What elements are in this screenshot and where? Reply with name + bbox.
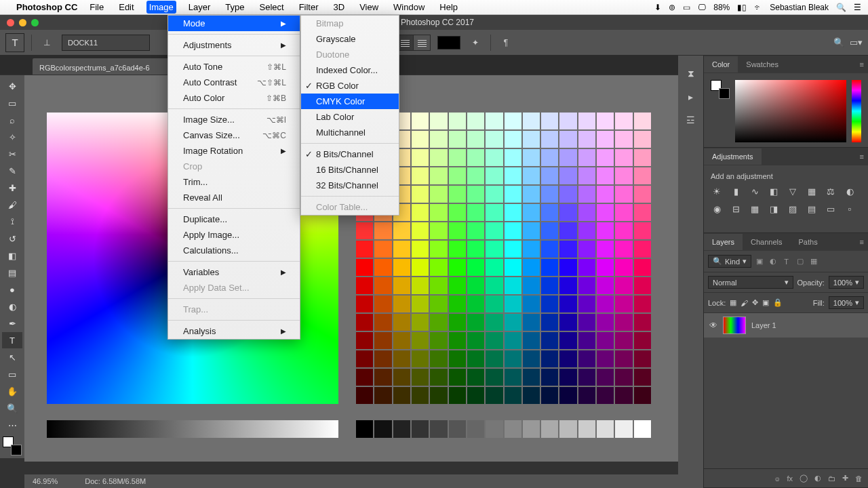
actions-panel-icon[interactable]: ▸: [688, 92, 693, 102]
filter-pixel-icon[interactable]: ▣: [753, 256, 765, 267]
type-tool[interactable]: T: [2, 332, 22, 348]
path-tool[interactable]: ↖: [2, 349, 22, 365]
text-color-swatch[interactable]: [437, 36, 460, 49]
link-icon[interactable]: ⌾: [775, 474, 780, 483]
minimize-window[interactable]: [19, 19, 26, 26]
menu-item[interactable]: Trim...: [168, 174, 300, 190]
pen-tool[interactable]: ✒: [2, 315, 22, 331]
selective-icon[interactable]: ▫: [844, 203, 856, 214]
menu-edit[interactable]: Edit: [116, 1, 136, 14]
menu-type[interactable]: Type: [222, 1, 247, 14]
menu-item[interactable]: Apply Image...: [168, 227, 300, 243]
menu-item[interactable]: Duplicate...: [168, 211, 300, 227]
history-panel-icon[interactable]: ⧗: [688, 68, 694, 79]
display-icon[interactable]: ▭: [683, 3, 690, 12]
filter-adjust-icon[interactable]: ◐: [767, 256, 778, 267]
menu-item[interactable]: CMYK Color: [301, 94, 399, 109]
menu-item[interactable]: RGB Color: [301, 78, 399, 94]
panel-menu-icon[interactable]: ≡: [860, 152, 864, 161]
adjustment-layer-icon[interactable]: ◐: [814, 474, 821, 483]
fill-input[interactable]: 100% ▾: [829, 296, 864, 309]
balance-icon[interactable]: ⚖: [825, 186, 837, 197]
lock-paint-icon[interactable]: 🖌: [741, 299, 748, 307]
filter-smart-icon[interactable]: ▦: [808, 256, 819, 267]
menu-item[interactable]: Analysis▶: [168, 323, 300, 339]
menu-item[interactable]: Multichannel: [301, 125, 399, 140]
gradient-tool[interactable]: ▤: [2, 264, 22, 281]
menu-item[interactable]: 32 Bits/Channel: [301, 178, 399, 193]
menu-item[interactable]: Calculations...: [168, 243, 300, 258]
mask-icon[interactable]: ◯: [800, 474, 808, 483]
properties-panel-icon[interactable]: ☲: [686, 115, 695, 125]
posterize-icon[interactable]: ▨: [787, 203, 799, 214]
tab-channels[interactable]: Channels: [743, 234, 790, 250]
app-name[interactable]: Photoshop CC: [16, 2, 77, 12]
workspace-icon[interactable]: ▭▾: [850, 37, 863, 47]
lock-trans-icon[interactable]: ▦: [730, 298, 736, 307]
battery-text[interactable]: 88%: [713, 3, 730, 12]
blur-tool[interactable]: ●: [2, 281, 22, 298]
levels-icon[interactable]: ▮: [730, 186, 742, 197]
vibrance-icon[interactable]: ▽: [787, 186, 799, 197]
align-right-button[interactable]: [414, 35, 430, 50]
hue-icon[interactable]: ▦: [806, 186, 818, 197]
menu-item[interactable]: Variables▶: [168, 264, 300, 280]
fx-icon[interactable]: fx: [787, 474, 793, 483]
threshold-icon[interactable]: ▤: [806, 203, 818, 214]
eyedropper-tool[interactable]: ✎: [2, 163, 22, 179]
panel-color-swatch[interactable]: [711, 80, 730, 99]
menu-item[interactable]: Grayscale: [301, 31, 399, 47]
blend-mode-select[interactable]: Normal ▾: [708, 276, 793, 289]
layer-row[interactable]: 👁 Layer 1: [704, 313, 868, 338]
edit-toolbar[interactable]: ⋯: [2, 417, 22, 433]
notification-icon[interactable]: ☰: [854, 3, 861, 12]
menu-item[interactable]: Mode▶: [168, 16, 300, 31]
wifi-icon[interactable]: ᯤ: [754, 3, 762, 12]
character-panel-icon[interactable]: ¶: [498, 35, 514, 51]
curves-icon[interactable]: ∿: [749, 186, 761, 197]
menu-help[interactable]: Help: [437, 1, 460, 14]
tab-paths[interactable]: Paths: [791, 234, 826, 250]
healing-tool[interactable]: ✚: [2, 180, 22, 196]
screen-icon[interactable]: 🖵: [698, 3, 706, 12]
spotlight-icon[interactable]: 🔍: [836, 3, 846, 12]
menu-image[interactable]: Image: [146, 1, 176, 14]
warp-text-icon[interactable]: ✦: [467, 35, 484, 51]
layer-thumb[interactable]: [723, 317, 746, 334]
gradient-map-icon[interactable]: ▭: [825, 203, 837, 214]
menu-item[interactable]: Image Rotation▶: [168, 143, 300, 159]
filter-shape-icon[interactable]: ▢: [794, 256, 806, 267]
bw-icon[interactable]: ◐: [844, 186, 856, 197]
brush-tool[interactable]: 🖌: [2, 197, 22, 213]
tab-swatches[interactable]: Swatches: [738, 56, 787, 73]
zoom-tool[interactable]: 🔍: [2, 400, 22, 416]
menu-item[interactable]: Reveal All: [168, 190, 300, 205]
tab-color[interactable]: Color: [704, 56, 738, 73]
eraser-tool[interactable]: ◧: [2, 247, 22, 264]
move-tool[interactable]: ✥: [2, 78, 22, 94]
shape-tool[interactable]: ▭: [2, 366, 22, 382]
doc-size[interactable]: Doc: 6.58M/6.58M: [85, 477, 146, 485]
lock-pos-icon[interactable]: ✥: [752, 298, 758, 307]
group-icon[interactable]: 🗀: [828, 474, 835, 483]
font-family-select[interactable]: DOCK11: [62, 35, 150, 51]
align-center-button[interactable]: [397, 35, 414, 50]
lock-artboard-icon[interactable]: ▣: [762, 298, 769, 307]
menu-item[interactable]: 8 Bits/Channel: [301, 146, 399, 162]
close-window[interactable]: [7, 19, 14, 26]
user-name[interactable]: Sebastian Bleak: [770, 3, 829, 12]
tool-preset[interactable]: T: [5, 33, 24, 52]
menu-item[interactable]: Auto Color⇧⌘B: [168, 90, 300, 106]
menu-filter[interactable]: Filter: [296, 1, 321, 14]
tab-adjustments[interactable]: Adjustments: [704, 148, 762, 165]
invert-icon[interactable]: ◨: [768, 203, 780, 214]
menu-item[interactable]: Auto Tone⇧⌘L: [168, 59, 300, 75]
opacity-input[interactable]: 100% ▾: [829, 276, 864, 289]
hand-tool[interactable]: ✋: [2, 383, 22, 399]
magic-wand-tool[interactable]: ✧: [2, 129, 22, 145]
exposure-icon[interactable]: ◧: [768, 186, 780, 197]
menu-item[interactable]: Indexed Color...: [301, 62, 399, 78]
zoom-window[interactable]: [31, 19, 39, 26]
visibility-icon[interactable]: 👁: [709, 321, 717, 330]
battery-icon[interactable]: ▮▯: [737, 3, 747, 12]
